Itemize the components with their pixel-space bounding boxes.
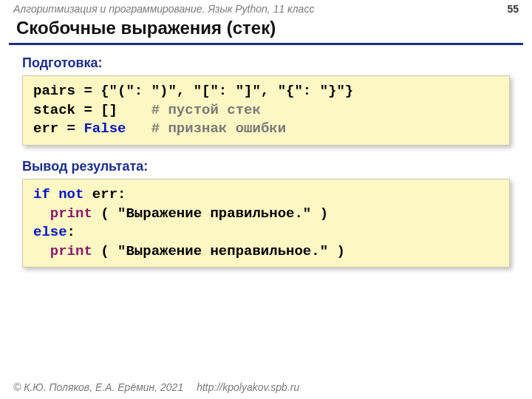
code-keyword: False: [83, 120, 126, 137]
code-keyword: not: [58, 186, 83, 202]
code-text: [50, 186, 58, 202]
slide-footer: © К.Ю. Поляков, Е.А. Ерёмин, 2021 http:/…: [0, 377, 532, 399]
code-line: pairs = {"(": ")", "[": "]", "{": "}"}: [33, 83, 353, 99]
code-text: :: [67, 224, 75, 240]
course-name: Алгоритмизация и программирование. Язык …: [13, 3, 314, 15]
code-text: [33, 205, 50, 222]
code-text: err =: [33, 120, 83, 137]
code-text: ( "Выражение правильное." ): [92, 205, 328, 222]
code-func: print: [50, 243, 92, 259]
code-text: [33, 243, 50, 259]
title-underline: [9, 43, 523, 45]
page-number: 55: [507, 3, 519, 15]
code-block-result: if not err: print ( "Выражение правильно…: [22, 179, 510, 268]
footer-url: http://kpolyakov.spb.ru: [197, 381, 299, 393]
code-func: print: [50, 205, 92, 222]
code-keyword: else: [33, 224, 67, 240]
code-text: [126, 120, 151, 137]
slide-header: Алгоритмизация и программирование. Язык …: [0, 0, 532, 16]
section-result-label: Вывод результата:: [0, 156, 532, 179]
code-text: stack = []: [33, 102, 151, 118]
code-block-prep: pairs = {"(": ")", "[": "]", "{": "}"} s…: [22, 75, 510, 146]
code-comment: # признак ошибки: [151, 120, 286, 137]
section-prep-label: Подготовка:: [0, 52, 532, 75]
slide-title: Скобочные выражения (стек): [0, 16, 532, 43]
code-comment: # пустой стек: [151, 102, 261, 118]
footer-copyright: © К.Ю. Поляков, Е.А. Ерёмин, 2021: [13, 381, 183, 393]
code-text: ( "Выражение неправильное." ): [92, 243, 345, 259]
code-text: err:: [83, 186, 126, 202]
code-keyword: if: [33, 186, 50, 202]
